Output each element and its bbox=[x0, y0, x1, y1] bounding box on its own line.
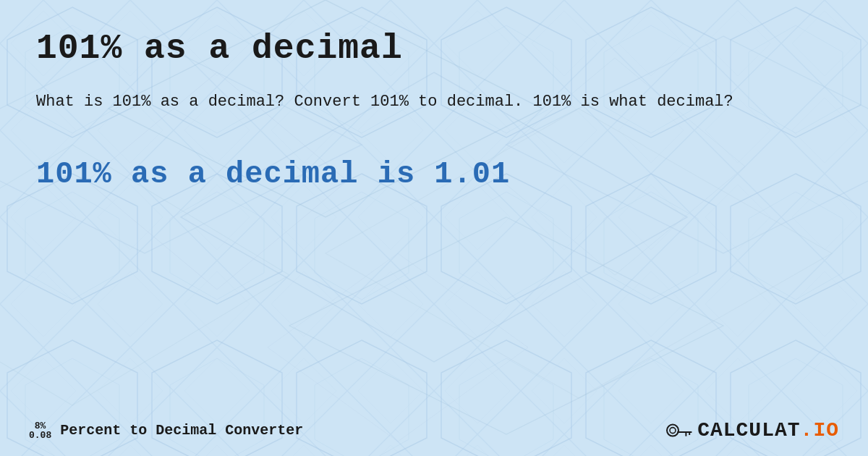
description-text: What is 101% as a decimal? Convert 101% … bbox=[36, 90, 832, 114]
result-text: 101% as a decimal is 1.01 bbox=[36, 157, 832, 192]
page-title: 101% as a decimal bbox=[36, 29, 832, 68]
main-content: 101% as a decimal What is 101% as a deci… bbox=[0, 0, 868, 456]
result-section: 101% as a decimal is 1.01 bbox=[36, 157, 832, 192]
